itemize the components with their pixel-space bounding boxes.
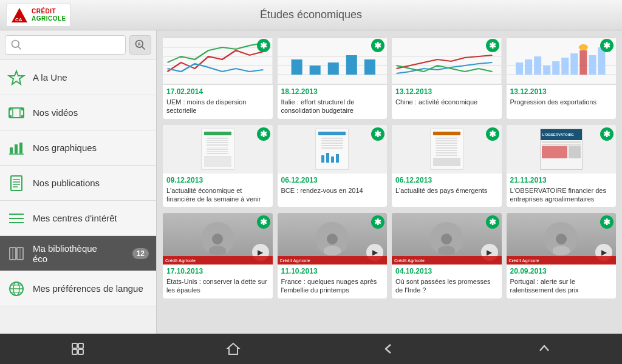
card-thumb-italie: ✱ — [278, 36, 388, 85]
sidebar-item-label: Mes centres d'intérêt — [33, 213, 149, 223]
svg-rect-65 — [589, 55, 596, 75]
ca-logo-icon: CA — [10, 7, 29, 24]
svg-rect-59 — [534, 56, 541, 75]
card-exportations[interactable]: ✱ 13.12.2013 Progression des exportation… — [507, 36, 617, 119]
card-title: L'actualité des pays émergents — [395, 186, 498, 195]
sidebar-item-ma-bibliotheque[interactable]: Ma bibliothèque éco 12 — [0, 236, 156, 271]
card-info: 17.02.2014 UEM : moins de dispersion sec… — [163, 85, 273, 119]
star-badge[interactable]: ✱ — [600, 39, 613, 52]
svg-rect-64 — [579, 50, 587, 75]
sidebar-item-label: Ma bibliothèque éco — [33, 243, 132, 264]
svg-rect-47 — [327, 62, 338, 75]
star-badge[interactable]: ✱ — [257, 39, 270, 52]
card-observatoire[interactable]: L'OBSERVATOIRE ✱ 2 — [507, 125, 617, 207]
star-badge[interactable]: ✱ — [257, 215, 270, 229]
card-inde[interactable]: ▶ Crédit Agricole ✱ 04.10.2013 Où sont p… — [392, 213, 502, 298]
card-info: 06.12.2013 L'actualité des pays émergent… — [392, 174, 502, 198]
card-chine[interactable]: ✱ 13.12.2013 Chine : activité économique — [392, 36, 502, 119]
card-info: 18.12.2013 Italie : effort structurel de… — [278, 85, 388, 119]
star-badge[interactable]: ✱ — [486, 215, 499, 229]
card-title: L'actualité économique et financière de … — [166, 186, 269, 204]
svg-rect-12 — [21, 115, 24, 118]
card-france[interactable]: ▶ Crédit Agricole ✱ 11.10.2013 France : … — [278, 213, 388, 298]
svg-rect-63 — [570, 53, 578, 75]
svg-rect-74 — [72, 349, 77, 354]
cards-row-3: ▶ Crédit Agricole ✱ 17.10.2013 États-Uni… — [163, 213, 616, 298]
star-badge[interactable]: ✱ — [486, 39, 499, 52]
home-button[interactable] — [218, 337, 248, 361]
bar-chart-icon — [7, 139, 26, 157]
card-date: 06.12.2013 — [395, 176, 498, 184]
sidebar-item-label: A la Une — [33, 72, 149, 83]
search-icon — [10, 39, 22, 51]
card-thumb-exportations: ✱ — [507, 36, 617, 85]
star-badge[interactable]: ✱ — [257, 127, 270, 141]
card-thumb-doc3: ✱ — [392, 125, 502, 174]
svg-point-67 — [578, 44, 587, 50]
sidebar-item-nos-videos[interactable]: Nos vidéos — [0, 95, 156, 130]
globe-icon — [7, 280, 26, 298]
card-title: Où sont passées les promesses de l'Inde … — [395, 277, 498, 295]
recent-apps-button[interactable] — [63, 337, 93, 361]
card-bce[interactable]: ✱ 06.12.2013 BCE : rendez-vous en 2014 — [278, 125, 388, 207]
page-title: Études économiques — [260, 8, 362, 21]
back-button[interactable] — [374, 337, 404, 361]
svg-line-3 — [18, 47, 21, 50]
card-uem[interactable]: ✱ 17.02.2014 UEM : moins de dispersion s… — [163, 36, 273, 119]
card-title: Italie : effort structurel de consolidat… — [281, 98, 384, 115]
sidebar-item-mes-preferences[interactable]: Mes préférences de langue — [0, 271, 156, 306]
card-info: 17.10.2013 États-Unis : conserver la det… — [163, 265, 273, 298]
svg-rect-19 — [11, 176, 22, 190]
card-date: 20.09.2013 — [510, 267, 613, 275]
svg-rect-62 — [561, 58, 569, 75]
scroll-up-button[interactable] — [529, 337, 559, 361]
sidebar-item-mes-centres[interactable]: Mes centres d'intérêt — [0, 201, 156, 236]
card-portugal[interactable]: ▶ Crédit Agricole ✱ 20.09.2013 Portugal … — [507, 213, 617, 298]
advanced-search-button[interactable]: A — [129, 35, 151, 55]
svg-rect-71 — [336, 154, 339, 163]
svg-rect-68 — [321, 155, 324, 163]
svg-rect-72 — [72, 343, 77, 348]
document-icon — [7, 174, 26, 192]
card-thumb-chine: ✱ — [392, 36, 502, 85]
card-date: 17.10.2013 — [166, 267, 269, 275]
logo-credit: CRÉDIT — [32, 8, 66, 15]
search-input-wrap[interactable] — [5, 35, 126, 55]
card-date: 17.02.2014 — [166, 87, 269, 96]
advanced-search-icon: A — [134, 39, 146, 51]
card-thumb-video3: ▶ Crédit Agricole ✱ — [392, 213, 502, 265]
sidebar-item-label: Nos graphiques — [33, 143, 149, 153]
card-info: 04.10.2013 Où sont passées les promesses… — [392, 265, 502, 298]
svg-rect-46 — [309, 66, 320, 75]
svg-rect-11 — [9, 115, 12, 118]
card-italie[interactable]: ✱ 18.12.2013 Italie : effort structurel … — [278, 36, 388, 119]
svg-point-2 — [12, 41, 19, 48]
card-thumb-video2: ▶ Crédit Agricole ✱ — [278, 213, 388, 265]
svg-rect-45 — [291, 59, 302, 75]
list-icon — [7, 209, 26, 228]
logo-agricole: AGRICOLE — [32, 15, 66, 22]
card-date: 13.12.2013 — [510, 87, 613, 96]
card-pays-emergents[interactable]: ✱ 06.12.2013 L'actualité des pays émerge… — [392, 125, 502, 207]
sidebar-item-nos-graphiques[interactable]: Nos graphiques — [0, 130, 156, 166]
card-info: 21.11.2013 L'OBSERVATOIRE financier des … — [507, 174, 617, 207]
star-badge[interactable]: ✱ — [371, 39, 384, 52]
star-badge[interactable]: ✱ — [371, 127, 384, 141]
svg-rect-61 — [552, 61, 559, 75]
sidebar-item-nos-publications[interactable]: Nos publications — [0, 166, 156, 201]
svg-text:CA: CA — [15, 17, 22, 22]
star-badge[interactable]: ✱ — [486, 127, 499, 141]
svg-rect-17 — [19, 143, 22, 153]
sidebar-item-a-la-une[interactable]: A la Une — [0, 60, 156, 95]
card-thumb-doc2: ✱ — [278, 125, 388, 174]
card-etats-unis[interactable]: ▶ Crédit Agricole ✱ 17.10.2013 États-Uni… — [163, 213, 273, 298]
card-title: États-Unis : conserver la dette sur les … — [166, 277, 269, 295]
svg-rect-36 — [163, 38, 273, 84]
svg-rect-57 — [516, 62, 523, 75]
book-icon — [7, 244, 26, 263]
svg-text:A: A — [138, 42, 141, 46]
star-badge[interactable]: ✱ — [600, 127, 613, 141]
card-actualite-eco[interactable]: ✱ 09.12.2013 L'actualité économique et f… — [163, 125, 273, 207]
cards-row-2: ✱ 09.12.2013 L'actualité économique et f… — [163, 125, 616, 207]
sidebar: A A la Une — [0, 30, 157, 334]
